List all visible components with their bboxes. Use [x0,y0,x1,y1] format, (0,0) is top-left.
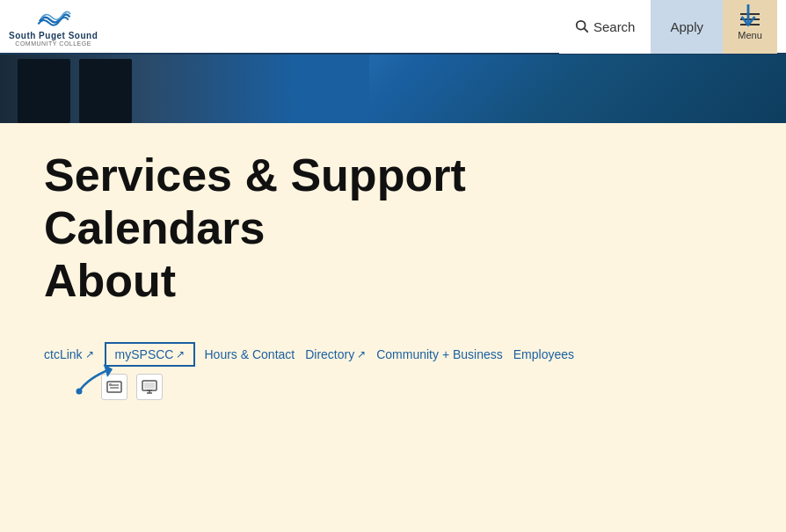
ext-arrow-icon: ↗ [357,348,366,361]
header: South Puget Sound COMMUNITY COLLEGE Sear… [0,0,786,55]
logo-sub-text: COMMUNITY COLLEGE [15,40,91,47]
page-title: Services & Support Calendars About [44,149,742,307]
main-content: Services & Support Calendars About ctcLi… [0,123,786,532]
search-icon [575,19,589,33]
logo[interactable]: South Puget Sound COMMUNITY COLLEGE [9,6,98,47]
nav-link-directory[interactable]: Directory ↗ [305,343,376,366]
logo-icon [36,6,71,31]
blue-arrow-icon [70,361,123,400]
page-layout: South Puget Sound COMMUNITY COLLEGE Sear… [0,0,786,532]
title-line3: About [44,255,176,306]
nav-link-employees[interactable]: Employees [513,343,585,366]
svg-line-2 [584,28,587,32]
tools-row [44,367,742,400]
hero-image-sim [0,55,369,123]
display-icon [142,380,157,394]
title-line2: Calendars [44,202,265,253]
svg-rect-12 [144,383,155,389]
apply-button[interactable]: Apply [651,0,723,54]
hero-image [0,55,786,123]
search-button[interactable]: Search [559,0,651,54]
hero-bar [0,55,786,123]
title-line1: Services & Support [44,149,466,200]
arrow-indicator [738,4,759,33]
ext-arrow-icon: ↗ [85,348,94,361]
nav-link-community-business[interactable]: Community + Business [376,343,513,366]
apply-label: Apply [670,19,703,34]
nav-link-hours-contact[interactable]: Hours & Contact [204,343,305,366]
svg-point-3 [76,389,83,395]
bottom-nav: ctcLink ↗ mySPSCC ↗ Hours & Contact Dire… [44,333,742,367]
logo-main-text: South Puget Sound [9,31,98,40]
ext-arrow-icon: ↗ [176,348,185,361]
search-label: Search [593,19,636,34]
accessibility-tool-2[interactable] [136,374,163,400]
